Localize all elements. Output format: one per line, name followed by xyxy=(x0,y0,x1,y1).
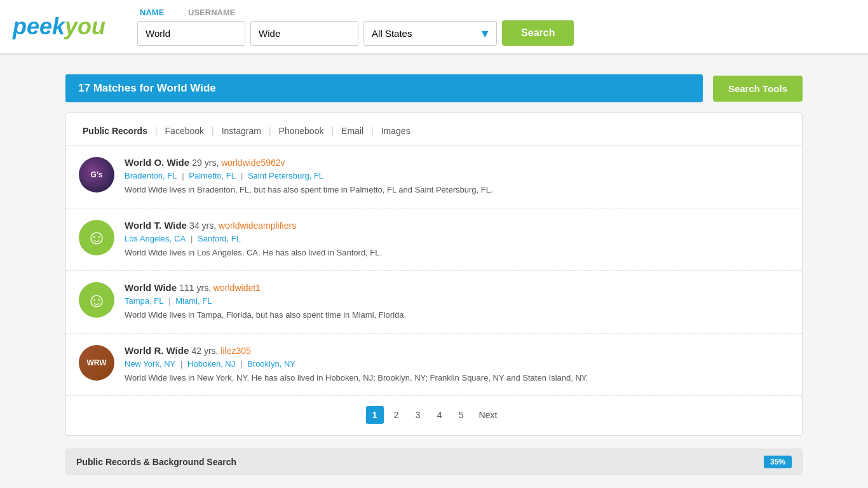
location-link[interactable]: Bradenton, FL xyxy=(125,171,177,180)
person-name: World T. Wide xyxy=(125,220,189,231)
next-page-button[interactable]: Next xyxy=(474,407,503,423)
page-3-button[interactable]: 3 xyxy=(409,406,427,424)
person-description: World Wide lives in New York, NY. He has… xyxy=(125,372,789,384)
state-select[interactable]: All StatesAlabamaAlaskaArizonaArkansasCa… xyxy=(363,21,497,46)
location-link[interactable]: Los Angeles, CA xyxy=(125,234,186,243)
location-link[interactable]: Sanford, FL xyxy=(198,234,241,243)
person-info: World Wide 111 yrs, worldwidet1 Tampa, F… xyxy=(125,282,789,322)
progress-badge: 35% xyxy=(764,456,792,468)
search-button[interactable]: Search xyxy=(502,20,574,46)
person-name: World Wide xyxy=(125,282,179,293)
person-icon: ☺ xyxy=(86,226,107,249)
person-name-line: World T. Wide 34 yrs, worldwideamplifier… xyxy=(125,220,789,231)
person-icon: ☺ xyxy=(86,288,107,312)
username-label[interactable]: USERNAME xyxy=(188,8,235,17)
avatar: WRW xyxy=(79,345,114,381)
logo-you: you xyxy=(65,13,105,40)
person-name: World O. Wide xyxy=(125,157,192,168)
page-1-button[interactable]: 1 xyxy=(366,406,384,424)
person-locations: New York, NY | Hoboken, NJ | Brooklyn, N… xyxy=(125,358,789,369)
person-entry: WRW World R. Wide 42 yrs, lilez305 New Y… xyxy=(66,334,802,396)
person-username[interactable]: lilez305 xyxy=(220,346,250,356)
location-link[interactable]: Saint Petersburg, FL xyxy=(248,171,323,180)
tab-images[interactable]: Images xyxy=(377,125,414,137)
tab-email[interactable]: Email xyxy=(337,125,367,137)
name-label[interactable]: NAME xyxy=(140,8,164,17)
label-separator xyxy=(169,8,183,17)
header: peekyou NAME USERNAME All StatesAlabamaA… xyxy=(0,0,868,55)
results-title-bar: 17 Matches for World Wide xyxy=(65,74,703,102)
logo-peek: peek xyxy=(13,13,65,40)
field-labels: NAME USERNAME xyxy=(140,8,358,17)
person-locations: Tampa, FL | Miami, FL xyxy=(125,295,789,306)
location-link[interactable]: Miami, FL xyxy=(175,296,212,306)
results-header: 17 Matches for World Wide Search Tools xyxy=(65,74,803,102)
name-field-group: NAME USERNAME xyxy=(137,8,358,46)
person-description: World Wide lives in Tampa, Florida, but … xyxy=(125,309,789,322)
location-link[interactable]: Hoboken, NJ xyxy=(187,359,235,369)
avatar: ☺ xyxy=(79,282,114,318)
person-locations: Bradenton, FL | Palmetto, FL | Saint Pet… xyxy=(125,170,789,180)
person-age: 34 yrs, xyxy=(189,220,219,231)
person-age: 29 yrs, xyxy=(192,158,221,168)
page-4-button[interactable]: 4 xyxy=(431,406,449,424)
location-link[interactable]: Palmetto, FL xyxy=(189,171,236,180)
username-input[interactable] xyxy=(250,21,358,46)
page-2-button[interactable]: 2 xyxy=(388,406,405,424)
main-content: 17 Matches for World Wide Search Tools P… xyxy=(53,74,815,475)
public-records-card: Public Records & Background Search 35% xyxy=(65,449,803,475)
person-entry: ☺ World T. Wide 34 yrs, worldwideamplifi… xyxy=(66,208,802,271)
location-link[interactable]: Brooklyn, NY xyxy=(247,359,295,369)
location-link[interactable]: New York, NY xyxy=(125,359,175,369)
search-tools-button[interactable]: Search Tools xyxy=(713,76,803,102)
person-name-line: World R. Wide 42 yrs, lilez305 xyxy=(125,345,789,356)
person-info: World R. Wide 42 yrs, lilez305 New York,… xyxy=(125,345,789,384)
avatar xyxy=(79,157,114,193)
person-locations: Los Angeles, CA | Sanford, FL xyxy=(125,233,789,243)
results-card: Public Records | Facebook | Instagram | … xyxy=(65,112,803,436)
person-age: 42 yrs, xyxy=(191,346,220,356)
person-info: World O. Wide 29 yrs, worldwide5962v Bra… xyxy=(125,157,789,196)
tab-facebook[interactable]: Facebook xyxy=(161,125,208,137)
state-select-wrapper: All StatesAlabamaAlaskaArizonaArkansasCa… xyxy=(363,21,497,46)
avatar: ☺ xyxy=(79,220,114,255)
person-name-line: World Wide 111 yrs, worldwidet1 xyxy=(125,282,789,293)
public-records-header: Public Records & Background Search 35% xyxy=(66,449,802,475)
search-area: NAME USERNAME All StatesAlabamaAlaskaAri… xyxy=(137,8,855,46)
tab-instagram[interactable]: Instagram xyxy=(218,125,265,137)
public-records-title: Public Records & Background Search xyxy=(76,457,236,467)
page-5-button[interactable]: 5 xyxy=(452,406,470,424)
person-entry: ☺ World Wide 111 yrs, worldwidet1 Tampa,… xyxy=(66,271,802,334)
location-link[interactable]: Tampa, FL xyxy=(125,296,163,306)
person-age: 111 yrs, xyxy=(179,283,214,293)
person-info: World T. Wide 34 yrs, worldwideamplifier… xyxy=(125,220,789,259)
pagination: 1 2 3 4 5 Next xyxy=(66,396,802,429)
person-username[interactable]: worldwideamplifiers xyxy=(219,220,296,231)
person-username[interactable]: worldwidet1 xyxy=(214,283,261,293)
person-name-line: World O. Wide 29 yrs, worldwide5962v xyxy=(125,157,789,168)
results-title: 17 Matches for World Wide xyxy=(78,82,216,94)
person-name: World R. Wide xyxy=(125,345,191,356)
logo: peekyou xyxy=(13,13,105,40)
person-description: World Wide lives in Los Angeles, CA. He … xyxy=(125,247,789,259)
person-entry: World O. Wide 29 yrs, worldwide5962v Bra… xyxy=(66,146,802,208)
tab-phonebook[interactable]: Phonebook xyxy=(275,125,328,137)
person-username[interactable]: worldwide5962v xyxy=(221,158,285,168)
person-description: World Wide lives in Bradenton, FL, but h… xyxy=(125,184,789,196)
name-input[interactable] xyxy=(137,21,245,46)
tabs-bar: Public Records | Facebook | Instagram | … xyxy=(66,119,802,146)
tab-public-records[interactable]: Public Records xyxy=(79,125,151,137)
